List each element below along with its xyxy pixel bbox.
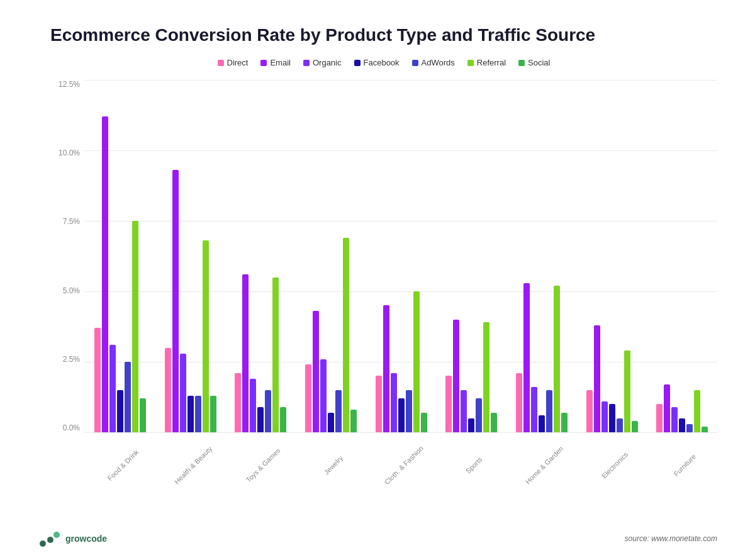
x-axis-label: Cloth. & Fashion <box>383 444 425 486</box>
legend-label: Direct <box>227 58 249 67</box>
y-axis: 12.5%10.0%7.5%5.0%2.5%0.0% <box>50 80 85 432</box>
bar <box>383 305 389 432</box>
bar <box>679 418 685 432</box>
bar <box>305 364 311 432</box>
legend-label: Facebook <box>364 58 400 67</box>
bars-area <box>85 80 717 432</box>
bar <box>376 376 382 432</box>
svg-point-0 <box>40 540 46 547</box>
category-group <box>647 80 717 432</box>
x-axis-label: Health & Beauty <box>172 445 213 486</box>
x-label-wrapper: Health & Beauty <box>155 456 226 470</box>
bar <box>313 311 319 432</box>
legend: Direct Email Organic Facebook AdWords Re… <box>50 58 717 67</box>
bar <box>391 373 397 432</box>
legend-color <box>354 60 361 66</box>
category-group <box>155 80 226 432</box>
bar <box>539 415 545 432</box>
legend-item: Direct <box>218 58 249 67</box>
bar <box>195 396 201 432</box>
bar <box>102 116 108 432</box>
legend-item: Social <box>518 58 550 67</box>
bar <box>609 404 615 432</box>
bar <box>546 390 552 432</box>
legend-color <box>412 60 418 66</box>
bar <box>257 407 264 432</box>
brand: growcode <box>38 530 107 547</box>
bar <box>483 322 489 432</box>
y-axis-label: 10.0% <box>59 148 80 157</box>
bar <box>210 396 216 432</box>
legend-color <box>218 60 224 66</box>
grid-line <box>85 432 717 433</box>
bar <box>421 413 427 432</box>
bar <box>531 387 537 432</box>
bar <box>491 413 497 432</box>
x-label-wrapper: Sports <box>436 456 506 470</box>
bar <box>702 427 708 432</box>
x-axis-label: Electronics <box>600 451 630 480</box>
x-axis-label: Furniture <box>673 452 698 478</box>
x-axis-label: Sports <box>464 456 484 475</box>
chart-title: Ecommerce Conversion Rate by Product Typ… <box>50 25 717 45</box>
category-group <box>436 80 506 432</box>
bar <box>694 390 700 432</box>
legend-item: AdWords <box>412 58 455 67</box>
bar <box>132 221 138 432</box>
svg-point-2 <box>53 532 60 538</box>
bar <box>94 328 101 432</box>
bar <box>242 274 249 432</box>
category-group <box>506 80 577 432</box>
bar <box>617 418 623 432</box>
chart-container: Ecommerce Conversion Rate by Product Typ… <box>0 0 755 560</box>
category-group <box>366 80 437 432</box>
legend-item: Organic <box>303 58 342 67</box>
bar <box>187 396 194 432</box>
bar <box>586 390 593 432</box>
x-label-wrapper: Jewelry <box>296 456 366 470</box>
source-text: source: www.monetate.com <box>625 534 717 543</box>
bar <box>632 421 638 432</box>
bar <box>601 401 608 432</box>
bar <box>328 413 334 432</box>
y-axis-label: 12.5% <box>59 80 80 89</box>
grid-and-bars <box>85 80 717 432</box>
category-group <box>296 80 366 432</box>
category-group <box>85 80 155 432</box>
x-label-wrapper: Furniture <box>647 456 717 470</box>
bar <box>350 410 357 432</box>
bar <box>398 398 405 432</box>
legend-color <box>303 60 310 66</box>
bar <box>203 240 209 432</box>
chart-area: 12.5%10.0%7.5%5.0%2.5%0.0% Food & DrinkH… <box>50 80 717 432</box>
bar <box>165 348 171 432</box>
footer: growcode source: www.monetate.com <box>38 530 717 547</box>
y-axis-label: 0.0% <box>63 423 80 432</box>
x-label-wrapper: Home & Garden <box>506 456 577 470</box>
x-label-wrapper: Electronics <box>577 456 647 470</box>
x-label-wrapper: Food & Drink <box>85 456 155 470</box>
bar <box>235 373 241 432</box>
bar <box>250 379 256 432</box>
x-axis-label: Food & Drink <box>106 448 140 482</box>
legend-label: Referral <box>477 58 506 67</box>
legend-color <box>518 60 525 66</box>
bar <box>554 286 560 432</box>
bar <box>686 424 693 432</box>
bar <box>671 407 678 432</box>
bar <box>117 390 123 432</box>
category-group <box>577 80 647 432</box>
bar <box>335 390 342 432</box>
legend-color <box>260 60 267 66</box>
x-axis: Food & DrinkHealth & BeautyToys & GamesJ… <box>85 456 717 470</box>
bar <box>413 291 420 432</box>
legend-item: Referral <box>467 58 506 67</box>
bar <box>516 373 522 432</box>
svg-point-1 <box>47 537 53 543</box>
legend-color <box>467 60 474 66</box>
bar <box>561 413 568 432</box>
bar <box>172 170 179 432</box>
bar <box>453 320 459 432</box>
bar <box>280 407 286 432</box>
bar <box>624 350 630 432</box>
